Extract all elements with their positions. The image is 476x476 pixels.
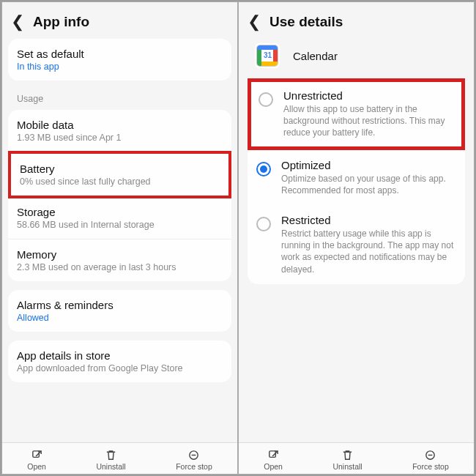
app-details-store-row[interactable]: App details in store App downloaded from… <box>8 341 231 382</box>
option-sub: Restrict battery usage while this app is… <box>281 228 456 275</box>
mobile-data-row[interactable]: Mobile data 1.93 MB used since Apr 1 <box>8 110 231 152</box>
page-title: Use details <box>269 14 343 30</box>
option-title: Unrestricted <box>283 89 454 102</box>
set-as-default-row[interactable]: Set as default In this app <box>8 39 231 81</box>
option-sub: Optimize based on your usage of this app… <box>281 173 456 196</box>
storage-row[interactable]: Storage 58.66 MB used in Internal storag… <box>8 197 231 239</box>
open-button[interactable]: Open <box>23 447 51 472</box>
trash-icon <box>105 449 117 461</box>
restricted-option[interactable]: Restricted Restrict battery usage while … <box>248 205 465 284</box>
app-header-row: 31 Calendar <box>245 39 468 78</box>
radio-icon <box>256 162 271 176</box>
bottom-bar: Open Uninstall Force stop <box>239 442 474 474</box>
bottom-bar: Open Uninstall Force stop <box>2 442 237 474</box>
force-stop-icon <box>424 449 436 461</box>
item-sub: 2.3 MB used on average in last 3 hours <box>17 262 223 272</box>
calendar-icon: 31 <box>255 43 280 68</box>
usage-section-label: Usage <box>8 89 231 110</box>
force-stop-label: Force stop <box>176 462 212 471</box>
header: ❮ Use details <box>239 2 474 39</box>
unrestricted-option[interactable]: Unrestricted Allow this app to use batte… <box>248 78 465 150</box>
header: ❮ App info <box>2 2 237 39</box>
item-sub: 1.93 MB used since Apr 1 <box>17 133 223 143</box>
page-title: App info <box>33 14 89 30</box>
open-icon <box>267 449 280 461</box>
item-title: Storage <box>17 206 223 218</box>
uninstall-label: Uninstall <box>332 462 362 471</box>
battery-row[interactable]: Battery 0% used since last fully charged <box>8 151 231 198</box>
open-icon <box>31 449 43 461</box>
alarms-reminders-row[interactable]: Alarms & reminders Allowed <box>8 290 231 332</box>
item-sub: 0% used since last fully charged <box>20 176 220 187</box>
uninstall-label: Uninstall <box>96 462 125 471</box>
uninstall-button[interactable]: Uninstall <box>328 447 366 472</box>
item-title: Memory <box>17 248 223 261</box>
use-details-screen: ❮ Use details 31 Calendar Unrestricted <box>238 1 475 475</box>
app-info-screen: ❮ App info Set as default In this app Us… <box>1 1 238 475</box>
item-title: App details in store <box>17 349 223 362</box>
memory-row[interactable]: Memory 2.3 MB used on average in last 3 … <box>8 239 231 281</box>
radio-icon <box>259 92 273 107</box>
uninstall-button[interactable]: Uninstall <box>92 447 130 472</box>
optimized-option[interactable]: Optimized Optimize based on your usage o… <box>248 150 465 205</box>
trash-icon <box>341 449 354 461</box>
item-title: Alarms & reminders <box>17 299 223 311</box>
option-title: Restricted <box>281 214 456 226</box>
back-icon[interactable]: ❮ <box>11 12 24 31</box>
open-label: Open <box>264 462 283 471</box>
force-stop-icon <box>187 449 200 461</box>
item-sub: Allowed <box>17 313 223 323</box>
item-sub: In this app <box>17 62 223 72</box>
open-button[interactable]: Open <box>259 447 287 472</box>
force-stop-button[interactable]: Force stop <box>408 447 453 472</box>
back-icon[interactable]: ❮ <box>248 12 261 31</box>
item-title: Set as default <box>17 48 223 60</box>
force-stop-button[interactable]: Force stop <box>171 447 217 472</box>
app-name: Calendar <box>293 50 338 62</box>
item-sub: App downloaded from Google Play Store <box>17 363 223 373</box>
calendar-day: 31 <box>262 51 273 62</box>
item-title: Mobile data <box>17 119 223 131</box>
item-sub: 58.66 MB used in Internal storage <box>17 220 223 230</box>
open-label: Open <box>27 462 46 471</box>
radio-icon <box>256 217 271 231</box>
item-title: Battery <box>20 163 220 175</box>
option-title: Optimized <box>281 159 456 171</box>
option-sub: Allow this app to use battery in the bac… <box>283 103 454 139</box>
force-stop-label: Force stop <box>412 462 449 471</box>
